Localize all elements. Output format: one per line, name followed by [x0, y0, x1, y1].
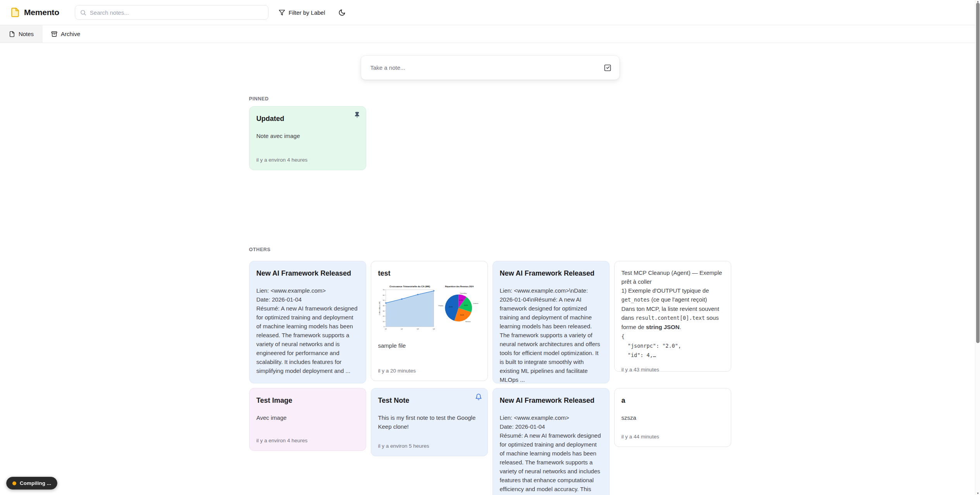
note-card-test-note[interactable]: Test Note This is my first note to test …	[371, 388, 488, 456]
note-timestamp: il y a environ 4 heures	[257, 438, 359, 443]
others-section-label: OTHERS	[249, 247, 731, 252]
svg-text:45.0%: 45.0%	[449, 306, 453, 308]
note-card-ai-framework-1[interactable]: New AI Framework Released Lien: <www.exa…	[249, 261, 366, 383]
svg-text:Chiffre d'affaires (M€): Chiffre d'affaires (M€)	[379, 302, 381, 315]
svg-text:Q3: Q3	[417, 328, 419, 330]
file-icon	[9, 31, 15, 37]
note-title: Updated	[257, 114, 359, 124]
check-square-icon	[604, 64, 611, 72]
tab-archive-label: Archive	[61, 31, 80, 37]
svg-text:Consulting: Consulting	[460, 293, 467, 294]
scrollbar-up-arrow[interactable]: ▲	[975, 0, 980, 3]
header: Memento Filter by Label	[0, 0, 980, 25]
search-icon	[80, 9, 86, 16]
tab-bar: Notes Archive	[0, 25, 980, 43]
note-card-mcp-cleanup[interactable]: Test MCP Cleanup (Agent) — Exemple prêt …	[614, 261, 731, 372]
svg-text:25.0%: 25.0%	[460, 314, 464, 316]
note-body: Lien: <www.example.com>\nDate: 2026-01-0…	[500, 286, 602, 383]
note-timestamp: il y a environ 5 heures	[378, 443, 481, 449]
note-timestamp: il y a 44 minutes	[622, 434, 724, 440]
note-body: Note avec image	[257, 131, 359, 140]
note-card-a[interactable]: a szsza il y a 44 minutes	[614, 388, 731, 447]
page-title: Memento	[24, 8, 59, 17]
filter-icon	[279, 9, 285, 16]
note-title: Test Note	[378, 395, 481, 405]
pin-icon[interactable]	[354, 112, 360, 118]
filter-button-label: Filter by Label	[289, 9, 325, 16]
note-body: Test MCP Cleanup (Agent) — Exemple prêt …	[622, 268, 724, 360]
search-box	[75, 5, 269, 20]
note-body: sample file	[378, 341, 481, 350]
note-title: test	[378, 268, 481, 278]
note-title: Test Image	[257, 395, 359, 405]
moon-icon	[338, 9, 346, 16]
note-body: Lien: <www.example.com> Date: 2026-01-04…	[257, 286, 359, 375]
note-attachments: Croissance Trimestrielle du CA (M€)01020…	[378, 284, 481, 333]
svg-text:Q4: Q4	[432, 328, 435, 330]
dev-status-label: Compiling ...	[20, 480, 51, 486]
take-a-note-input[interactable]	[367, 60, 598, 76]
archive-icon	[51, 31, 57, 37]
svg-text:20.0%: 20.0%	[464, 305, 468, 306]
svg-text:Q2: Q2	[401, 328, 403, 330]
notes-board: PINNED Updated Note avec image il y a en…	[249, 96, 731, 495]
dark-mode-toggle[interactable]	[338, 9, 346, 16]
svg-text:Licences: Licences	[473, 303, 479, 304]
note-title: New AI Framework Released	[257, 268, 359, 278]
dev-status-badge[interactable]: Compiling ...	[6, 477, 57, 490]
svg-text:Services: Services	[465, 321, 471, 323]
note-timestamp: il y a 43 minutes	[622, 367, 724, 373]
svg-text:10.0%: 10.0%	[459, 300, 463, 301]
note-card-test[interactable]: test Croissance Trimestrielle du CA (M€)…	[371, 261, 488, 381]
svg-text:Produits: Produits	[438, 305, 443, 307]
note-body: This is my first note to test the Google…	[378, 413, 481, 431]
search-input[interactable]	[90, 9, 264, 16]
note-card-updated[interactable]: Updated Note avec image il y a environ 4…	[249, 106, 366, 170]
bell-icon[interactable]	[475, 393, 482, 400]
filter-by-label-button[interactable]: Filter by Label	[279, 9, 325, 16]
note-card-ai-framework-2[interactable]: New AI Framework Released Lien: <www.exa…	[493, 261, 610, 383]
note-title: a	[622, 395, 724, 405]
note-body: Lien: <www.example.com> Date: 2026-01-04…	[500, 413, 602, 495]
svg-text:Répartition des Revenus 2024: Répartition des Revenus 2024	[445, 285, 474, 288]
note-timestamp: il y a 20 minutes	[378, 368, 481, 374]
others-grid: New AI Framework Released Lien: <www.exa…	[249, 261, 731, 495]
pie-chart-image: Répartition des Revenus 2024Produits45.0…	[438, 284, 481, 326]
app-logo: Memento	[10, 7, 59, 17]
tab-notes-label: Notes	[19, 31, 34, 37]
scrollbar-track[interactable]: ▲ ▼	[975, 0, 980, 495]
note-composer	[361, 55, 620, 80]
file-logo-icon	[10, 7, 20, 17]
note-body: Avec image	[257, 413, 359, 422]
note-card-test-image[interactable]: Test Image Avec image il y a environ 4 h…	[249, 388, 366, 451]
new-checklist-button[interactable]	[601, 62, 614, 74]
pinned-grid: Updated Note avec image il y a environ 4…	[249, 106, 731, 170]
line-chart-image: Croissance Trimestrielle du CA (M€)01020…	[378, 284, 435, 333]
note-title: New AI Framework Released	[500, 395, 602, 405]
status-dot-icon	[12, 481, 16, 485]
note-card-ai-framework-3[interactable]: New AI Framework Released Lien: <www.exa…	[493, 388, 610, 495]
tab-notes[interactable]: Notes	[0, 25, 43, 43]
pinned-section-label: PINNED	[249, 96, 731, 102]
svg-text:Croissance Trimestrielle du CA: Croissance Trimestrielle du CA (M€)	[389, 285, 430, 288]
svg-text:Q1: Q1	[385, 328, 387, 330]
note-body: szsza	[622, 413, 724, 422]
scrollbar-down-arrow[interactable]: ▼	[975, 492, 980, 495]
note-timestamp: il y a environ 4 heures	[257, 157, 359, 163]
note-title: New AI Framework Released	[500, 268, 602, 278]
scrollbar-thumb[interactable]	[976, 3, 980, 343]
tab-archive[interactable]: Archive	[43, 25, 89, 43]
